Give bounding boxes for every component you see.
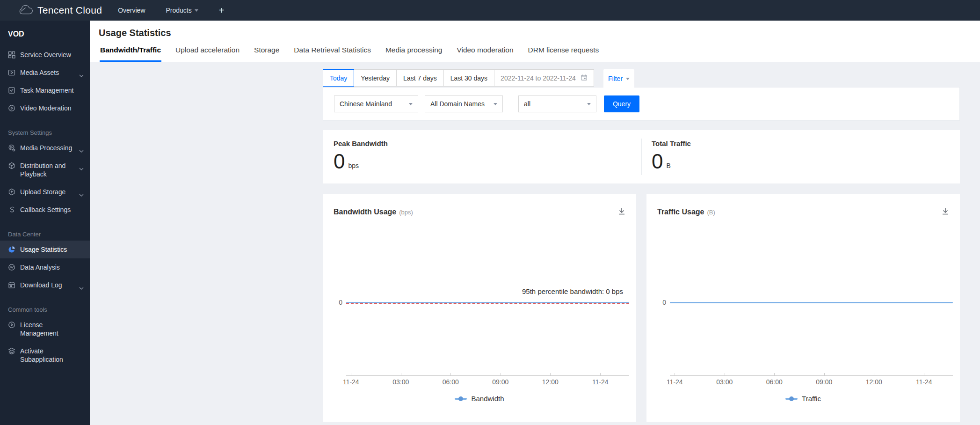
sidebar-item-media-assets[interactable]: Media Assets: [0, 64, 90, 81]
nav-overview-label: Overview: [118, 7, 145, 14]
video-moderation-icon: [8, 104, 15, 112]
x-axis-tick-label: 09:00: [492, 378, 508, 386]
chevron-down-icon: [79, 284, 84, 291]
tab-media-processing[interactable]: Media processing: [385, 46, 443, 62]
sidebar-group-system-settings: System Settings Media Processing Distrib…: [0, 123, 90, 219]
legend-item-bandwidth[interactable]: Bandwidth: [323, 395, 636, 403]
chart-title-text: Traffic Usage: [657, 208, 704, 216]
sidebar-item-download-log[interactable]: Download Log: [0, 276, 90, 294]
tick-mark: [675, 373, 675, 376]
sidebar-item-label: Upload Storage: [20, 188, 79, 196]
cloud-logo-icon: [18, 5, 33, 16]
preset-last-30-days-button[interactable]: Last 30 days: [443, 69, 494, 87]
peak-bandwidth-value: 0: [334, 151, 345, 172]
nav-overview[interactable]: Overview: [118, 7, 145, 14]
x-axis-tick-label: 11-24: [916, 378, 932, 386]
tab-drm-license-requests[interactable]: DRM license requests: [528, 46, 600, 62]
chevron-down-icon: [79, 191, 84, 198]
upload-storage-icon: [8, 188, 15, 196]
peak-bandwidth-stat: Peak Bandwidth 0 bps: [334, 139, 388, 172]
tick-mark: [874, 373, 874, 376]
domain-select[interactable]: All Domain Names: [425, 95, 503, 112]
x-axis-tick-label: 11-24: [667, 378, 683, 386]
type-select[interactable]: all: [518, 95, 596, 112]
chart-title: Traffic Usage(B): [657, 208, 715, 216]
date-range-picker[interactable]: 2022-11-24 to 2022-11-24: [494, 69, 594, 87]
date-range-value: 2022-11-24 to 2022-11-24: [501, 74, 576, 82]
download-icon[interactable]: [617, 207, 626, 217]
sidebar-item-distribution-playback[interactable]: Distribution and Playback: [0, 157, 90, 183]
percentile-annotation: 95th percentile bandwidth: 0 bps: [522, 287, 623, 295]
total-traffic-unit: B: [666, 162, 670, 172]
x-axis-tick-label: 06:00: [443, 378, 459, 386]
tick-mark: [501, 373, 501, 376]
legend-label: Traffic: [802, 395, 821, 403]
x-axis: 11-24 03:00 06:00 09:00 12:00 11-24: [346, 375, 629, 376]
sidebar-item-media-processing[interactable]: Media Processing: [0, 139, 90, 157]
x-axis-tick-label: 09:00: [816, 378, 832, 386]
sidebar-item-data-analysis[interactable]: Data Analysis: [0, 258, 90, 276]
nav-products[interactable]: Products: [166, 7, 198, 14]
sidebar-item-label: Media Assets: [20, 68, 79, 77]
legend-item-traffic[interactable]: Traffic: [646, 395, 960, 403]
tab-bandwidth-traffic[interactable]: Bandwidth/Traffic: [100, 46, 161, 62]
y-axis-tick-label: 0: [655, 299, 666, 306]
region-select[interactable]: Chinese Mainland: [334, 95, 418, 112]
preset-yesterday-button[interactable]: Yesterday: [354, 69, 397, 87]
tab-upload-acceleration[interactable]: Upload acceleration: [175, 46, 240, 62]
sidebar-item-callback-settings[interactable]: Callback Settings: [0, 201, 90, 219]
sidebar-item-label: Task Management: [20, 86, 79, 95]
activate-subapplication-icon: [8, 347, 15, 355]
page-title: Usage Statistics: [99, 28, 171, 38]
media-processing-icon: [8, 144, 15, 152]
query-button[interactable]: Query: [604, 95, 639, 112]
sidebar-item-activate-subapplication[interactable]: Activate Subapplication: [0, 342, 90, 368]
sidebar-group-data-center: Data Center Usage Statistics Data Analys…: [0, 224, 90, 294]
sidebar-item-label: Video Moderation: [20, 104, 79, 112]
total-traffic-label: Total Traffic: [652, 139, 691, 147]
callback-settings-icon: [8, 206, 15, 213]
total-traffic-stat: Total Traffic 0 B: [652, 139, 691, 172]
sidebar-item-video-moderation[interactable]: Video Moderation: [0, 99, 90, 117]
tab-data-retrieval-statistics[interactable]: Data Retrieval Statistics: [293, 46, 371, 62]
chevron-down-icon: [494, 103, 497, 105]
sidebar-item-license-management[interactable]: License Management: [0, 316, 90, 342]
add-tab-button[interactable]: +: [219, 5, 225, 16]
sidebar-item-label: Media Processing: [20, 144, 79, 152]
sidebar-item-label: Distribution and Playback: [20, 161, 79, 178]
x-axis-tick-label: 03:00: [392, 378, 409, 386]
tick-mark: [600, 373, 601, 376]
filter-label: Filter: [608, 75, 623, 82]
chart-unit-label: (B): [707, 209, 715, 216]
tencent-cloud-logo[interactable]: Tencent Cloud: [18, 5, 102, 16]
summary-stats-panel: Peak Bandwidth 0 bps Total Traffic 0 B: [323, 130, 960, 183]
percentile-series-line: [346, 303, 629, 304]
y-axis-tick-label: 0: [331, 299, 342, 306]
tab-storage[interactable]: Storage: [254, 46, 280, 62]
preset-today-button[interactable]: Today: [323, 69, 354, 87]
sidebar-item-task-management[interactable]: Task Management: [0, 81, 90, 99]
legend-line-icon: [455, 398, 467, 400]
sidebar-item-label: Download Log: [20, 281, 79, 289]
filter-toggle-button[interactable]: Filter: [603, 69, 634, 88]
sidebar-item-upload-storage[interactable]: Upload Storage: [0, 183, 90, 201]
sidebar: VOD Service Overview Media Assets Task M…: [0, 21, 90, 425]
media-assets-icon: [8, 69, 15, 76]
chevron-down-icon: [587, 103, 591, 105]
download-icon[interactable]: [941, 207, 950, 217]
preset-last-7-days-button[interactable]: Last 7 days: [396, 69, 444, 87]
sidebar-section-header: System Settings: [0, 123, 90, 139]
tab-video-moderation[interactable]: Video moderation: [456, 46, 514, 62]
chart-title: Bandwidth Usage(bps): [334, 208, 413, 216]
legend-label: Bandwidth: [471, 395, 504, 403]
date-preset-group: Today Yesterday Last 7 days Last 30 days…: [323, 69, 594, 87]
nav-products-label: Products: [166, 7, 192, 14]
data-analysis-icon: [8, 264, 15, 271]
divider: [641, 139, 642, 175]
tick-mark: [351, 373, 351, 376]
sidebar-item-usage-statistics[interactable]: Usage Statistics: [0, 241, 90, 258]
tick-mark: [824, 373, 825, 376]
sidebar-item-service-overview[interactable]: Service Overview: [0, 46, 90, 64]
tab-bar: Bandwidth/Traffic Upload acceleration St…: [100, 46, 599, 62]
sidebar-item-label: Callback Settings: [20, 205, 79, 214]
